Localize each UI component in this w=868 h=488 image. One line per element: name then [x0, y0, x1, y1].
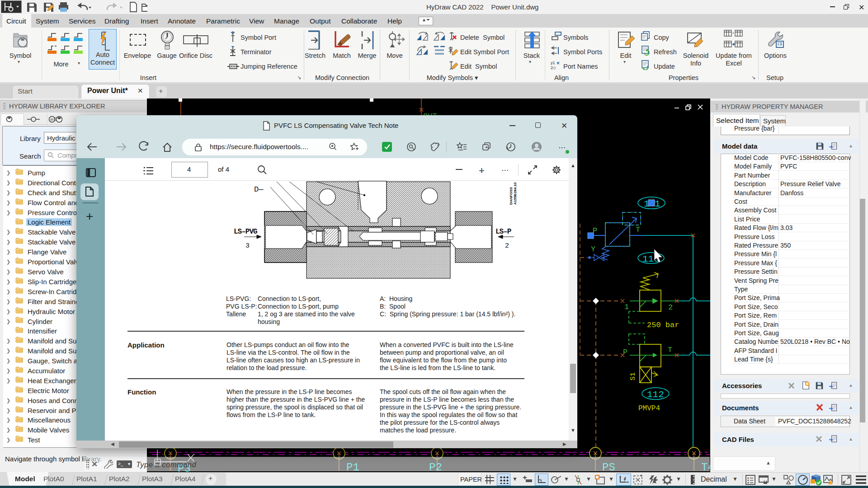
- svg-text:2: 2: [668, 303, 673, 312]
- svg-text:112: 112: [647, 389, 664, 400]
- svg-text:3: 3: [245, 242, 250, 250]
- svg-text:2◇: 2◇: [551, 66, 556, 70]
- svg-text:LS–PVG: LS–PVG: [234, 228, 257, 236]
- svg-text:S1: S1: [629, 372, 637, 380]
- svg-text:250 bar: 250 bar: [647, 321, 679, 329]
- svg-text:A155B284.10: A155B284.10: [513, 182, 517, 205]
- svg-text:T: T: [668, 346, 672, 354]
- svg-text:D—: D—: [254, 185, 264, 194]
- svg-text:P: P: [623, 348, 627, 357]
- svg-text:P: P: [593, 226, 597, 235]
- svg-text:Y: Y: [591, 245, 595, 253]
- svg-text:DANFOSS: DANFOSS: [509, 187, 513, 205]
- svg-text:PMVP4: PMVP4: [638, 404, 660, 413]
- svg-text:2: 2: [505, 242, 509, 250]
- svg-text:!: !: [831, 481, 832, 484]
- svg-text:T: T: [636, 225, 640, 234]
- svg-text:LS–P: LS–P: [495, 228, 511, 236]
- svg-text:y1: y1: [551, 61, 555, 65]
- svg-text:1: 1: [655, 199, 660, 209]
- svg-text:M: M: [51, 117, 54, 122]
- svg-text:1: 1: [624, 303, 629, 311]
